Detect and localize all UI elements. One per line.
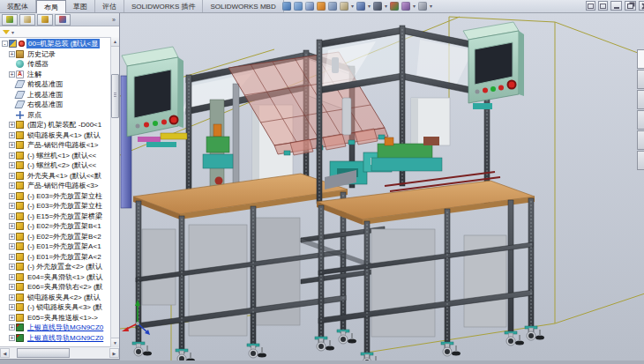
tree-item[interactable]: 上视基准面 bbox=[0, 90, 119, 100]
panel-knob[interactable] bbox=[136, 124, 140, 129]
configurationmanager-tab[interactable] bbox=[37, 14, 53, 26]
tree-item[interactable]: +(-) E03=外壳放置架立柱 bbox=[0, 191, 119, 202]
display-style-dropdown-arrow-icon[interactable]: ▾ bbox=[368, 2, 371, 11]
expand-toggle-icon[interactable]: + bbox=[9, 304, 15, 310]
expand-toggle-icon[interactable]: + bbox=[9, 223, 15, 229]
red-button[interactable] bbox=[498, 85, 504, 91]
task-pane-tab[interactable] bbox=[637, 90, 644, 109]
tree-horizontal-scrollbar[interactable]: ◀ ▶ bbox=[0, 346, 119, 359]
expand-toggle-icon[interactable]: + bbox=[9, 294, 15, 301]
tree-item[interactable]: +上银直线导轨MGN9CZ0 bbox=[0, 323, 119, 333]
close-button[interactable] bbox=[639, 1, 644, 11]
tab-草图[interactable]: 草图 bbox=[66, 0, 95, 12]
screw-machine-left[interactable] bbox=[206, 137, 229, 152]
tab-布局[interactable]: 布局 bbox=[36, 0, 66, 13]
vscroll-thumb[interactable] bbox=[111, 74, 119, 118]
apply-scene-dropdown-arrow-icon[interactable]: ▾ bbox=[413, 2, 416, 11]
vscroll-down-arrow-icon[interactable]: ▼ bbox=[111, 338, 119, 347]
expand-toggle-icon[interactable]: - bbox=[2, 41, 8, 47]
expand-toggle-icon[interactable]: + bbox=[9, 71, 15, 78]
task-pane-tab[interactable] bbox=[637, 151, 644, 170]
minimize-button[interactable] bbox=[610, 1, 622, 11]
tree-item[interactable]: -00=机架总装 (默认<显 bbox=[0, 39, 119, 49]
expand-toggle-icon[interactable]: + bbox=[9, 142, 15, 148]
emergency-stop-button[interactable] bbox=[509, 82, 515, 88]
tree-item[interactable]: +(-) E01=外壳放置架A<2 bbox=[0, 252, 119, 263]
graphics-area[interactable] bbox=[120, 13, 644, 359]
expand-toggle-icon[interactable]: + bbox=[9, 234, 15, 240]
measure-icon[interactable] bbox=[317, 2, 326, 11]
expand-toggle-icon[interactable]: + bbox=[9, 274, 15, 280]
hscroll-thumb[interactable] bbox=[17, 348, 70, 358]
expand-toggle-icon[interactable]: + bbox=[9, 152, 15, 159]
tree-item[interactable]: +上银直线导轨MGN9CZ0 bbox=[0, 333, 119, 344]
filter-dropdown-arrow-icon[interactable]: ▾ bbox=[11, 29, 14, 35]
zoom-to-area-icon[interactable] bbox=[282, 2, 291, 11]
tree-item[interactable]: +(-) 螺丝机<2> (默认<< bbox=[0, 160, 119, 171]
view-orientation-dropdown-arrow-icon[interactable]: ▾ bbox=[351, 2, 354, 11]
task-pane-tab[interactable] bbox=[637, 49, 644, 69]
tab-评估[interactable]: 评估 bbox=[95, 0, 124, 12]
expand-toggle-icon[interactable]: + bbox=[9, 213, 15, 219]
restore-button[interactable] bbox=[625, 1, 636, 11]
mass-properties-icon[interactable] bbox=[328, 2, 337, 11]
tab-SOLIDWORKS MBD[interactable]: SOLIDWORKS MBD bbox=[203, 0, 283, 12]
section-view-icon[interactable] bbox=[305, 2, 314, 11]
tree-item[interactable]: +锁电路板夹具<1> (默认 bbox=[0, 130, 119, 141]
tree-item[interactable]: +E06=夹具滑轨右<2> (默 bbox=[0, 282, 119, 293]
apply-scene-icon[interactable] bbox=[401, 2, 410, 11]
emergency-stop-button[interactable] bbox=[171, 117, 177, 123]
tree-item[interactable]: +(-) 外壳放置盒<2> (默认 bbox=[0, 262, 119, 272]
hide-show-items-dropdown-arrow-icon[interactable]: ▾ bbox=[385, 2, 387, 11]
expand-toggle-icon[interactable]: + bbox=[9, 173, 15, 179]
expand-toggle-icon[interactable]: + bbox=[9, 162, 15, 168]
doc-window-button-2[interactable] bbox=[598, 1, 608, 11]
tree-item[interactable]: +外壳夹具<1> (默认<<默 bbox=[0, 171, 119, 182]
panel-tabs-overflow[interactable]: » bbox=[112, 17, 117, 23]
task-pane-tab[interactable] bbox=[637, 110, 644, 130]
tree-filter-row[interactable]: ▾ bbox=[0, 26, 119, 38]
expand-toggle-icon[interactable]: + bbox=[9, 122, 15, 128]
expand-toggle-icon[interactable]: + bbox=[9, 254, 15, 260]
expand-toggle-icon[interactable]: + bbox=[9, 315, 15, 321]
hscroll-left-arrow-icon[interactable]: ◀ bbox=[0, 348, 10, 358]
tree-item[interactable]: +锁电路板夹具<2> (默认 bbox=[0, 293, 119, 303]
tree-item[interactable]: +E04=夹具滑轨<1> (默认 bbox=[0, 272, 119, 283]
expand-toggle-icon[interactable]: + bbox=[9, 193, 15, 199]
expand-toggle-icon[interactable]: + bbox=[9, 203, 15, 209]
tree-item[interactable]: +(-) E02=外壳放置架B<2 bbox=[0, 232, 119, 242]
tree-item[interactable]: 前视基准面 bbox=[0, 79, 119, 90]
expand-toggle-icon[interactable]: + bbox=[9, 284, 15, 290]
tree-item[interactable]: 右视基准面 bbox=[0, 100, 119, 110]
hscroll-right-arrow-icon[interactable]: ▶ bbox=[109, 348, 119, 358]
expand-toggle-icon[interactable]: + bbox=[9, 182, 15, 189]
red-button[interactable] bbox=[483, 88, 488, 93]
propertymanager-tab[interactable] bbox=[19, 14, 35, 26]
green-button[interactable] bbox=[490, 86, 496, 92]
expand-toggle-icon[interactable]: + bbox=[9, 51, 15, 57]
display-style-icon[interactable] bbox=[356, 2, 365, 11]
expand-toggle-icon[interactable]: + bbox=[9, 132, 15, 138]
doc-window-button-1[interactable] bbox=[586, 1, 595, 11]
tree-vertical-scrollbar[interactable]: ▲ ▼ bbox=[110, 37, 119, 347]
green-button[interactable] bbox=[153, 121, 158, 126]
screwdriver-bit[interactable] bbox=[213, 124, 221, 137]
tree-item[interactable]: +产品-锡铝件电路板<3> bbox=[0, 181, 119, 191]
expand-toggle-icon[interactable]: + bbox=[9, 324, 15, 331]
tree-item[interactable]: +(固定) 机架装配 -D00<1 bbox=[0, 120, 119, 130]
expand-toggle-icon[interactable]: + bbox=[9, 335, 15, 341]
view-settings-icon[interactable] bbox=[418, 2, 427, 11]
vscroll-up-arrow-icon[interactable]: ▲ bbox=[111, 37, 119, 47]
red-button[interactable] bbox=[144, 123, 149, 128]
tree-item[interactable]: 传感器 bbox=[0, 59, 119, 70]
tree-item[interactable]: 原点 bbox=[0, 110, 119, 121]
view-settings-dropdown-arrow-icon[interactable]: ▾ bbox=[430, 2, 432, 11]
expand-toggle-icon[interactable]: + bbox=[9, 243, 15, 249]
edit-appearance-icon[interactable] bbox=[390, 2, 399, 11]
tree-item[interactable]: +(-) 螺丝机<1> (默认<< bbox=[0, 151, 119, 161]
displaymanager-tab[interactable] bbox=[55, 14, 71, 26]
panel-knob[interactable] bbox=[476, 90, 480, 94]
tab-装配体[interactable]: 装配体 bbox=[0, 0, 36, 12]
featuremanager-tree-tab[interactable] bbox=[2, 14, 18, 26]
red-button[interactable] bbox=[161, 120, 167, 125]
